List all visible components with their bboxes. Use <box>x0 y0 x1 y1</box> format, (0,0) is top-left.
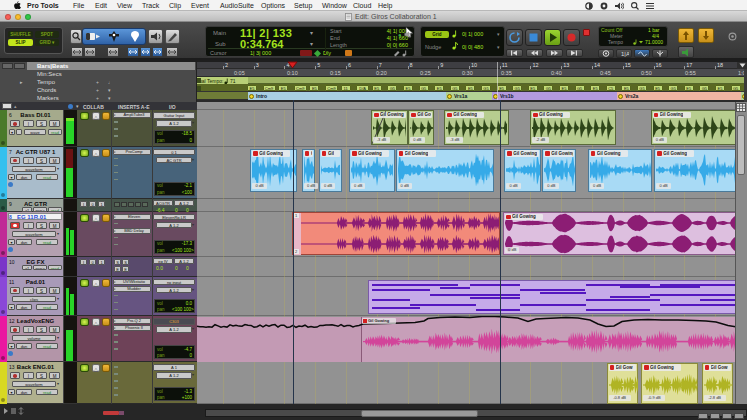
svg-text:1|A: 1|A <box>621 51 629 57</box>
